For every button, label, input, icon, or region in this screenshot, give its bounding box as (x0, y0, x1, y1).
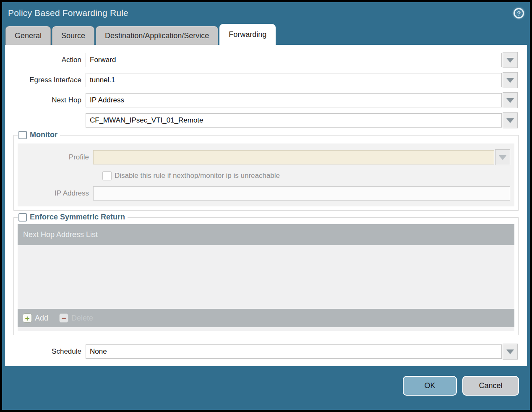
next-hop-address-select[interactable]: CF_MWAN_IPsec_VTI_01_Remote (86, 113, 502, 128)
table-bottom-strip (18, 327, 514, 331)
tab-forwarding[interactable]: Forwarding (219, 24, 276, 45)
add-button[interactable]: + Add (23, 313, 48, 323)
action-select[interactable]: Forward (86, 53, 502, 67)
next-hop-label: Next Hop (14, 96, 86, 104)
next-hop-address-list-body[interactable] (18, 245, 514, 309)
delete-button-label: Delete (71, 314, 93, 323)
monitor-fieldset: Monitor Profile Disable this rule if nex… (13, 135, 519, 211)
minus-icon: − (59, 313, 68, 323)
action-dropdown-button[interactable] (503, 52, 518, 68)
tab-general[interactable]: General (5, 26, 51, 45)
disable-rule-checkbox (102, 171, 112, 180)
schedule-label: Schedule (14, 347, 86, 356)
schedule-row: Schedule None (14, 344, 518, 360)
action-row: Action Forward (14, 52, 518, 68)
profile-label: Profile (22, 153, 93, 162)
next-hop-address-list-toolbar: + Add − Delete (18, 309, 514, 327)
action-label: Action (14, 56, 86, 64)
symmetric-return-legend-label: Enforce Symmetric Return (30, 213, 125, 222)
plus-icon: + (23, 313, 32, 323)
disable-rule-row: Disable this rule if nexthop/monitor ip … (102, 171, 510, 180)
next-hop-type-select[interactable]: IP Address (86, 93, 502, 107)
chevron-down-icon (506, 118, 514, 123)
profile-row: Profile (22, 149, 510, 165)
schedule-dropdown-button[interactable] (503, 344, 518, 360)
next-hop-address-list-header: Next Hop Address List (18, 224, 514, 245)
chevron-down-icon (506, 78, 514, 83)
help-icon[interactable]: ? (514, 8, 524, 18)
enforce-symmetric-return-checkbox[interactable] (18, 213, 27, 222)
monitor-checkbox[interactable] (18, 131, 27, 139)
next-hop-type-dropdown-button[interactable] (503, 92, 518, 108)
delete-button: − Delete (59, 313, 93, 323)
egress-interface-dropdown-button[interactable] (503, 72, 518, 88)
symmetric-return-fieldset: Enforce Symmetric Return Next Hop Addres… (13, 217, 519, 335)
dialog-title: Policy Based Forwarding Rule (8, 8, 128, 18)
egress-interface-label: Egress Interface (14, 76, 86, 84)
symmetric-return-legend: Enforce Symmetric Return (18, 213, 128, 222)
schedule-select[interactable]: None (86, 344, 502, 359)
egress-interface-row: Egress Interface tunnel.1 (14, 72, 518, 88)
monitor-disabled-panel: Profile Disable this rule if nexthop/mon… (18, 143, 514, 206)
chevron-down-icon (506, 98, 514, 103)
disable-rule-label: Disable this rule if nexthop/monitor ip … (115, 172, 280, 180)
cancel-button[interactable]: Cancel (462, 376, 519, 396)
policy-based-forwarding-dialog: Policy Based Forwarding Rule ? General S… (2, 2, 530, 410)
egress-interface-select[interactable]: tunnel.1 (86, 73, 502, 87)
monitor-legend-label: Monitor (30, 130, 57, 139)
profile-dropdown-button (495, 149, 510, 165)
dialog-titlebar: Policy Based Forwarding Rule ? (2, 2, 530, 24)
tab-bar: General Source Destination/Application/S… (2, 24, 530, 45)
ok-button[interactable]: OK (403, 376, 457, 396)
monitor-ip-address-input (93, 186, 510, 201)
next-hop-address-dropdown-button[interactable] (503, 112, 518, 128)
dialog-footer: OK Cancel (2, 366, 530, 410)
next-hop-address-list-table: Next Hop Address List + Add − Delete (18, 224, 514, 331)
monitor-legend: Monitor (18, 130, 60, 139)
profile-select (93, 150, 494, 164)
monitor-ip-address-label: IP Address (22, 189, 93, 198)
tab-destination-application-service[interactable]: Destination/Application/Service (96, 26, 218, 45)
monitor-ip-address-row: IP Address (22, 186, 510, 201)
next-hop-row: Next Hop IP Address (14, 92, 518, 108)
tab-source[interactable]: Source (52, 26, 94, 45)
chevron-down-icon (506, 349, 514, 354)
forwarding-tab-panel: Action Forward Egress Interface tunnel.1… (5, 45, 527, 366)
chevron-down-icon (499, 155, 506, 160)
add-button-label: Add (35, 314, 48, 323)
chevron-down-icon (506, 58, 514, 63)
next-hop-address-row: CF_MWAN_IPsec_VTI_01_Remote (14, 112, 518, 128)
